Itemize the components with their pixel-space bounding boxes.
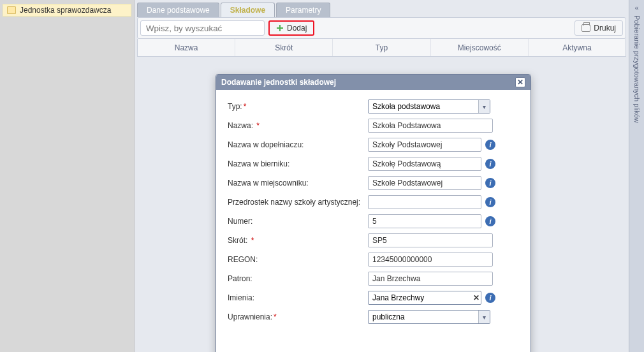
add-button-label: Dodaj (287, 24, 307, 33)
col-skrot[interactable]: Skrót (235, 39, 333, 56)
print-button[interactable]: Drukuj (574, 20, 623, 36)
tab-parametry[interactable]: Parametry (276, 3, 330, 17)
tree-root-item[interactable]: Jednostka sprawozdawcza (3, 4, 131, 17)
input-nazwa[interactable] (368, 119, 493, 133)
input-patron[interactable] (368, 272, 493, 286)
print-icon (582, 24, 590, 32)
toolbar: Dodaj Drukuj (137, 17, 626, 39)
chevron-down-icon[interactable]: ▾ (478, 100, 490, 113)
field-imienia[interactable]: ✕ (368, 291, 481, 305)
input-upraw[interactable] (369, 311, 478, 323)
tab-bar: Dane podstawowe Składowe Parametry (135, 0, 629, 17)
label-skrot: Skrót: * (228, 236, 368, 245)
label-miejsc: Nazwa w miejscowniku: (228, 179, 368, 187)
plus-icon (276, 24, 284, 32)
info-icon[interactable]: i (485, 293, 495, 303)
label-nazwa: Nazwa: * (228, 121, 368, 130)
input-numer[interactable] (368, 214, 481, 228)
column-headers: Nazwa Skrót Typ Miejscowość Aktywna (137, 39, 626, 57)
label-imienia: Imienia: (228, 293, 368, 302)
label-upraw: Uprawnienia:* (228, 312, 368, 321)
modal-body: Typ:* ▾ Nazwa: * Nazwa w dopełniaczu: i … (216, 90, 531, 336)
modal-title: Dodawanie jednostki składowej (221, 78, 336, 87)
tree-root-label: Jednostka sprawozdawcza (20, 6, 111, 15)
info-icon[interactable]: i (485, 159, 495, 169)
sidebar: Jednostka sprawozdawcza (0, 0, 135, 352)
input-imienia[interactable] (369, 291, 472, 304)
label-patron: Patron: (228, 274, 368, 283)
col-typ[interactable]: Typ (333, 39, 430, 56)
field-typ[interactable]: ▾ (368, 99, 490, 114)
chevron-left-icon: « (634, 4, 638, 11)
tab-skladowe[interactable]: Składowe (221, 3, 275, 17)
info-icon[interactable]: i (485, 216, 495, 226)
col-miejscowosc[interactable]: Miejscowość (431, 39, 529, 56)
info-icon[interactable]: i (485, 197, 495, 207)
tab-dane-podstawowe[interactable]: Dane podstawowe (137, 3, 219, 17)
input-biernik[interactable] (368, 157, 481, 171)
print-button-label: Drukuj (594, 24, 616, 33)
label-dopel: Nazwa w dopełniaczu: (228, 140, 368, 149)
info-icon[interactable]: i (485, 140, 495, 150)
label-przedrostek: Przedrostek nazwy szkoły artystycznej: (228, 198, 368, 207)
input-typ[interactable] (369, 100, 478, 113)
field-upraw[interactable]: ▾ (368, 310, 490, 324)
label-typ: Typ:* (228, 102, 368, 111)
modal-titlebar[interactable]: Dodawanie jednostki składowej ✕ (216, 75, 531, 90)
input-regon[interactable] (368, 253, 493, 267)
folder-icon (7, 6, 16, 14)
modal-add-unit: Dodawanie jednostki składowej ✕ Typ:* ▾ … (216, 74, 531, 352)
clear-icon[interactable]: ✕ (472, 291, 481, 304)
info-icon[interactable]: i (485, 178, 495, 188)
input-miejsc[interactable] (368, 176, 481, 190)
add-button[interactable]: Dodaj (268, 20, 314, 36)
close-icon[interactable]: ✕ (515, 77, 525, 87)
label-numer: Numer: (228, 217, 368, 226)
chevron-down-icon[interactable]: ▾ (478, 311, 490, 323)
input-przedrostek[interactable] (368, 195, 481, 209)
col-nazwa[interactable]: Nazwa (138, 39, 235, 56)
label-biernik: Nazwa w bierniku: (228, 159, 368, 168)
col-aktywna[interactable]: Aktywna (529, 39, 626, 56)
input-dopel[interactable] (368, 138, 481, 152)
right-rail[interactable]: « Pobieranie przygotowanych plików (629, 0, 644, 352)
label-regon: REGON: (228, 255, 368, 264)
search-input[interactable] (140, 20, 265, 36)
right-rail-label: Pobieranie przygotowanych plików (633, 15, 641, 123)
input-skrot[interactable] (368, 233, 493, 247)
modal-footer: ➔ Dalej Anuluj (216, 349, 531, 352)
